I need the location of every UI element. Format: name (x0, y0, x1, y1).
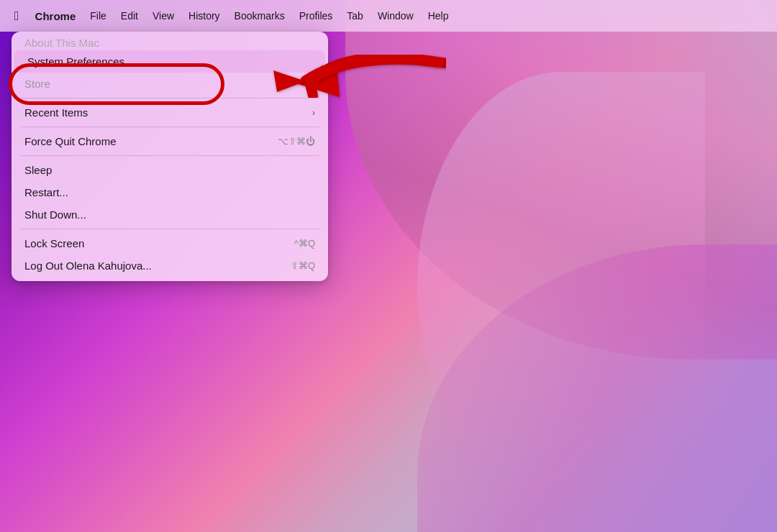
force-quit-label: Force Quit Chrome (24, 135, 117, 147)
recent-items-arrow: › (312, 107, 315, 118)
separator-3 (20, 155, 319, 156)
about-this-mac-item[interactable]: About This Mac (12, 36, 328, 50)
separator-4 (20, 229, 319, 229)
menubar-edit[interactable]: Edit (114, 7, 145, 24)
menubar-bookmarks[interactable]: Bookmarks (227, 7, 292, 24)
store-label: Store (24, 78, 50, 90)
shutdown-label: Shut Down... (24, 208, 86, 221)
menubar:  Chrome File Edit View History Bookmark… (0, 0, 777, 32)
restart-label: Restart... (24, 186, 68, 198)
menubar-profiles[interactable]: Profiles (292, 7, 340, 24)
separator-1 (20, 98, 319, 98)
menubar-help[interactable]: Help (421, 7, 456, 24)
restart-item[interactable]: Restart... (12, 181, 328, 203)
recent-items-label: Recent Items (24, 106, 88, 119)
system-preferences-label: System Preferences... (27, 55, 134, 68)
logout-item[interactable]: Log Out Olena Kahujova... ⇧⌘Q (12, 254, 328, 277)
sleep-label: Sleep (24, 164, 52, 176)
menubar-file[interactable]: File (83, 7, 114, 24)
lock-screen-label: Lock Screen (24, 237, 84, 249)
apple-dropdown-menu: About This Mac System Preferences... Sto… (12, 32, 328, 281)
system-preferences-item[interactable]: System Preferences... (14, 50, 325, 73)
logout-label: Log Out Olena Kahujova... (24, 260, 152, 272)
apple-menu-button[interactable]:  (6, 6, 28, 27)
menubar-tab[interactable]: Tab (340, 7, 371, 24)
menubar-chrome[interactable]: Chrome (28, 7, 83, 25)
store-item[interactable]: Store (12, 73, 328, 95)
recent-items-item[interactable]: Recent Items › (12, 101, 328, 124)
separator-2 (20, 127, 319, 127)
menubar-history[interactable]: History (181, 7, 227, 24)
lock-screen-shortcut: ^⌘Q (294, 238, 315, 249)
lock-screen-item[interactable]: Lock Screen ^⌘Q (12, 232, 328, 254)
about-this-mac-label: About This Mac (24, 36, 99, 50)
logout-shortcut: ⇧⌘Q (291, 260, 315, 271)
force-quit-shortcut: ⌥⇧⌘⏻ (278, 136, 315, 147)
force-quit-item[interactable]: Force Quit Chrome ⌥⇧⌘⏻ (12, 130, 328, 152)
sleep-item[interactable]: Sleep (12, 159, 328, 181)
menubar-window[interactable]: Window (371, 7, 421, 24)
menubar-view[interactable]: View (145, 7, 181, 24)
shutdown-item[interactable]: Shut Down... (12, 203, 328, 226)
